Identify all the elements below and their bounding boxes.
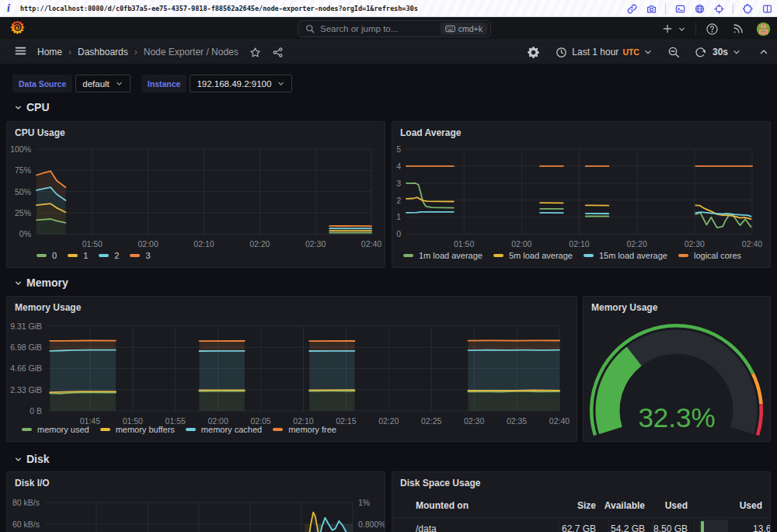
memory-usage-chart[interactable]: 0 B2.33 GiB4.66 GiB6.98 GiB9.31 GiB01:45… <box>7 297 577 441</box>
keyboard-icon <box>445 25 455 33</box>
legend-label: 0 <box>52 251 57 260</box>
legend-label: 15m load average <box>599 251 667 260</box>
time-range-picker[interactable]: Last 1 hour UTC <box>556 47 653 58</box>
star-icon[interactable] <box>249 47 261 58</box>
cell-available: 54.2 GB <box>611 523 645 532</box>
terminal-icon[interactable] <box>674 3 685 14</box>
puzzle-icon[interactable] <box>742 3 753 14</box>
chart-legend: 1m load average5m load average15m load a… <box>403 250 741 261</box>
menu-toggle[interactable] <box>14 44 27 61</box>
legend-item[interactable]: 15m load average <box>584 251 667 260</box>
legend-swatch <box>22 428 32 431</box>
variable-value-text: 192.168.49.2:9100 <box>197 79 271 89</box>
svg-text:2.33 GiB: 2.33 GiB <box>10 385 42 395</box>
chart-legend: memory usedmemory buffersmemory cachedme… <box>22 424 336 435</box>
section-header-memory[interactable]: Memory <box>14 276 68 290</box>
dashboard-toolbar: Home›Dashboards›Node Exporter / Nodes La… <box>0 40 777 64</box>
variable-value-datasource[interactable]: default <box>75 75 131 92</box>
panel-disk-space: Disk Space Usage Mounted on Size Availab… <box>392 471 771 532</box>
svg-text:100%: 100% <box>10 144 31 154</box>
disk-io-chart[interactable]: 80 kB/s60 kB/s1%0.800% <box>7 472 385 532</box>
panel-title[interactable]: Memory Usage <box>591 302 657 313</box>
legend-item[interactable]: 1m load average <box>403 251 483 260</box>
breadcrumb-separator: › <box>134 47 138 57</box>
svg-text:6.98 GiB: 6.98 GiB <box>10 342 42 352</box>
new-button[interactable] <box>662 23 686 34</box>
breadcrumb-item[interactable]: Node Exporter / Nodes <box>144 47 239 57</box>
legend-item[interactable]: 3 <box>130 251 150 260</box>
refresh-button[interactable] <box>695 47 706 58</box>
search-input[interactable]: Search or jump to... cmd+k <box>298 20 491 37</box>
svg-text:01:50: 01:50 <box>82 239 103 249</box>
svg-text:02:20: 02:20 <box>378 416 399 426</box>
panel-title[interactable]: Disk Space Usage <box>400 478 480 489</box>
rss-icon <box>732 23 744 35</box>
panel-title[interactable]: Memory Usage <box>15 302 81 313</box>
load-average-chart[interactable]: 01234501:5002:0002:1002:2002:3002:40 <box>392 122 770 267</box>
column-header-used[interactable]: Used <box>665 500 688 511</box>
legend-label: memory free <box>288 425 336 434</box>
cell-used: 8.50 GB <box>653 523 688 532</box>
chevron-down-icon <box>277 79 285 88</box>
url-field[interactable]: http://localhost:8080/d/c0fb37a5-ee75-43… <box>20 5 418 12</box>
legend-item[interactable]: 2 <box>99 251 119 260</box>
split-view-icon[interactable] <box>761 3 772 14</box>
legend-item[interactable]: memory used <box>22 425 89 434</box>
grafana-logo[interactable] <box>9 19 26 36</box>
breadcrumb-separator: › <box>68 47 71 57</box>
breadcrumb: Home›Dashboards›Node Exporter / Nodes <box>37 47 239 57</box>
user-avatar[interactable] <box>756 22 771 37</box>
legend-item[interactable]: 0 <box>37 251 57 260</box>
column-header-available[interactable]: Available <box>605 500 645 511</box>
panel-title[interactable]: CPU Usage <box>15 127 65 138</box>
share-icon[interactable] <box>272 47 284 58</box>
cpu-usage-chart[interactable]: 0%25%50%75%100%01:5002:0002:1002:2002:30… <box>7 122 385 267</box>
column-header-size[interactable]: Size <box>577 500 596 511</box>
svg-text:02:15: 02:15 <box>336 416 356 426</box>
panel-memory-usage: Memory Usage 0 B2.33 GiB4.66 GiB6.98 GiB… <box>6 296 577 442</box>
cell-divider <box>694 518 695 532</box>
panel-title[interactable]: Disk I/O <box>15 478 50 489</box>
legend-item[interactable]: memory free <box>273 425 336 434</box>
avatar-image <box>756 22 771 37</box>
legend-item[interactable]: memory cached <box>186 425 262 434</box>
cell-mounted-on[interactable]: /data <box>416 523 437 532</box>
refresh-interval-picker[interactable]: 30s <box>713 47 741 57</box>
legend-swatch <box>273 428 283 431</box>
legend-swatch <box>130 254 140 257</box>
collapse-toolbar-button[interactable] <box>758 47 769 57</box>
svg-text:75%: 75% <box>15 165 31 175</box>
legend-label: logical cores <box>694 251 741 260</box>
help-button[interactable] <box>706 23 719 36</box>
legend-item[interactable]: memory buffers <box>100 425 175 434</box>
globe-icon[interactable] <box>694 3 705 14</box>
breadcrumb-item[interactable]: Home <box>37 47 62 57</box>
legend-item[interactable]: 1 <box>68 251 88 260</box>
info-icon[interactable]: i <box>7 2 16 15</box>
section-header-cpu[interactable]: CPU <box>14 100 50 114</box>
panel-title[interactable]: Load Average <box>400 127 461 138</box>
camera-icon[interactable] <box>646 3 657 14</box>
time-controls: Last 1 hour UTC 30s <box>528 40 769 64</box>
svg-text:0: 0 <box>396 229 401 238</box>
variable-value-instance[interactable]: 192.168.49.2:9100 <box>190 75 292 92</box>
question-circle-icon <box>706 23 719 36</box>
legend-item[interactable]: 5m load average <box>493 251 573 260</box>
news-button[interactable] <box>732 23 744 35</box>
settings-button[interactable] <box>528 47 539 58</box>
crosshair-icon[interactable] <box>713 3 724 14</box>
svg-text:02:30: 02:30 <box>305 239 326 249</box>
zoom-out-button[interactable] <box>667 46 680 58</box>
breadcrumb-item[interactable]: Dashboards <box>78 47 128 57</box>
link-icon[interactable] <box>626 3 637 14</box>
legend-swatch <box>99 254 109 257</box>
column-header-used-pct[interactable]: Used <box>740 500 762 511</box>
svg-text:02:40: 02:40 <box>549 416 570 426</box>
svg-text:80 kB/s: 80 kB/s <box>12 498 40 507</box>
column-header-mounted-on[interactable]: Mounted on <box>416 500 469 511</box>
section-header-disk[interactable]: Disk <box>14 452 50 466</box>
shortcut-label: cmd+k <box>458 24 483 33</box>
legend-swatch <box>493 254 503 257</box>
cell-used-pct: 13.6% <box>753 523 771 532</box>
legend-item[interactable]: logical cores <box>678 251 741 260</box>
